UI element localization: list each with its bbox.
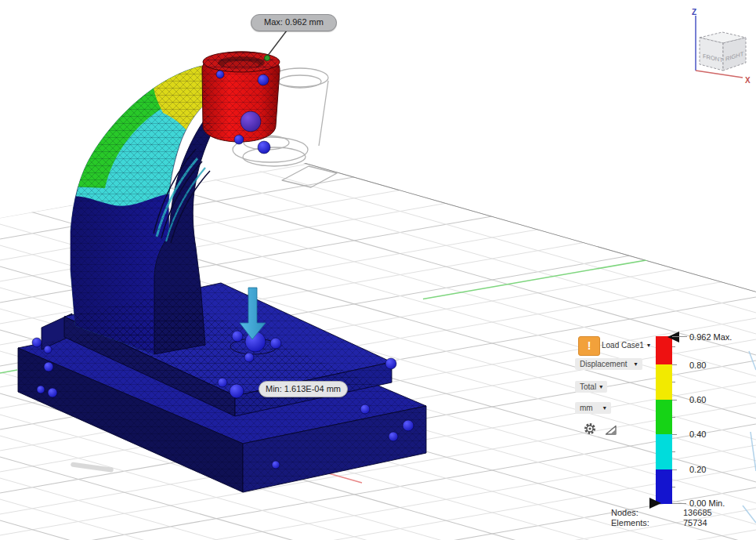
min-value-pill[interactable]: Min: 1.613E-04 mm	[259, 381, 348, 397]
nodes-label: Nodes:	[611, 508, 683, 518]
result-type-label: Displacement	[580, 360, 628, 368]
elements-label: Elements:	[611, 518, 683, 528]
legend-tick-080: 0.80	[689, 361, 752, 370]
slope-probe-icon[interactable]	[604, 424, 617, 436]
unit-label: mm	[580, 404, 593, 412]
max-probe-marker	[265, 31, 288, 61]
chevron-down-icon: ▾	[647, 342, 650, 349]
warning-button[interactable]: !	[578, 336, 600, 356]
component-dropdown[interactable]: Total▾	[575, 381, 607, 393]
y-axis-line	[423, 256, 675, 299]
x-axis-indicator	[696, 71, 743, 78]
z-axis-label: Z	[692, 8, 696, 16]
legend-tick-020: 0.20	[689, 465, 752, 474]
legend-tick-060: 0.60	[689, 395, 752, 404]
legend-tick-min: 0.00 Min.	[689, 498, 752, 508]
legend-color-bar	[656, 336, 672, 504]
legend-segment-yellow	[656, 364, 672, 400]
legend-max-arrow[interactable]	[667, 332, 679, 342]
legend-tick-max: 0.962 Max.	[689, 332, 752, 342]
nodes-value: 136685	[683, 508, 712, 517]
legend-segment-cyan	[656, 434, 672, 469]
legend-tick-040: 0.40	[689, 429, 752, 439]
result-type-dropdown[interactable]: Displacement▾	[575, 358, 642, 370]
max-value-label: Max: 0.962 mm	[264, 17, 324, 27]
settings-gear-icon[interactable]	[583, 422, 597, 436]
chevron-down-icon: ▾	[635, 361, 638, 368]
fusion-simulation-viewport: { "annotations": { "max_label": "Max: 0.…	[0, 0, 756, 540]
unit-dropdown[interactable]: mm▾	[575, 402, 611, 414]
max-value-pill[interactable]: Max: 0.962 mm	[251, 14, 337, 31]
min-value-label: Min: 1.613E-04 mm	[266, 384, 341, 393]
mesh-statistics: Nodes:136685 Elements:75734	[611, 508, 712, 528]
ground-shadow-mark	[71, 462, 114, 473]
chevron-down-icon: ▾	[603, 404, 606, 411]
view-cube[interactable]: Z X FRONT RIGHT	[683, 3, 755, 86]
legend-max-line	[672, 336, 687, 337]
load-case-dropdown[interactable]: Load Case1▾	[602, 341, 650, 350]
x-axis-label: X	[745, 76, 751, 85]
y-axis-line-stub	[0, 370, 17, 373]
3d-model-canvas[interactable]	[0, 0, 756, 540]
legend-min-line	[672, 503, 686, 504]
load-case-label: Load Case1	[602, 341, 644, 350]
warning-icon: !	[588, 339, 591, 352]
component-label: Total	[580, 382, 596, 391]
fea-mesh-overlay	[18, 52, 426, 492]
elements-value: 75734	[683, 518, 707, 527]
legend-min-arrow[interactable]	[649, 498, 661, 509]
chevron-down-icon: ▾	[599, 383, 602, 390]
legend-segment-green	[656, 400, 672, 434]
